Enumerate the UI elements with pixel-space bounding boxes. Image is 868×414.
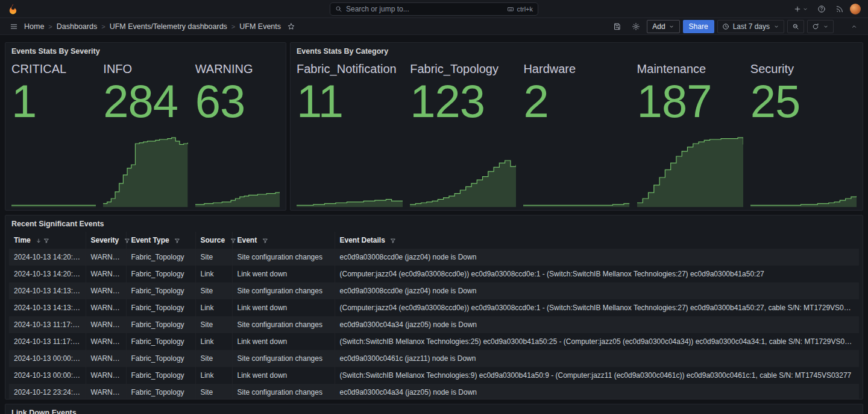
cell-event-details: (Computer:jazz04 (ec0d9a03008ccd0e)) ec0… — [335, 266, 859, 282]
cell-severity: WARNING — [86, 282, 126, 299]
breadcrumb-separator: > — [231, 23, 235, 30]
cell-event-details: ec0d9a03008ccd0e (jazz04) node is Down — [335, 282, 859, 299]
filter-icon[interactable] — [390, 238, 396, 244]
column-header-source[interactable]: Source — [195, 232, 232, 249]
column-header-event-details[interactable]: Event Details — [335, 232, 859, 249]
sort-descending-icon[interactable] — [36, 238, 42, 244]
table-row[interactable]: 2024-10-13 11:17:39 WARNING Fabric_Topol… — [9, 316, 859, 333]
cell-event-type: Fabric_Topology — [126, 367, 195, 384]
dashboard-canvas: Events Stats By Severity CRITICAL 1 INFO… — [0, 35, 868, 414]
filter-icon[interactable] — [43, 238, 49, 244]
table-row[interactable]: 2024-10-13 14:20:42 WARNING Fabric_Topol… — [9, 266, 859, 282]
chevron-down-icon — [773, 24, 779, 30]
cell-event-type: Fabric_Topology — [126, 384, 195, 400]
cell-time: 2024-10-13 14:20:42 — [9, 266, 86, 282]
rss-icon — [835, 5, 844, 13]
cell-event: Site configuration changes — [232, 282, 335, 299]
stat-sparkline — [11, 123, 96, 207]
stat-label: Fabric_Notification — [297, 62, 403, 76]
breadcrumb-separator: > — [101, 23, 105, 30]
stat-value: 63 — [195, 78, 280, 124]
column-header-event[interactable]: Event — [232, 232, 335, 249]
cell-event: Site configuration changes — [232, 350, 335, 367]
plus-icon — [793, 5, 802, 13]
stat-value: 187 — [637, 78, 743, 124]
user-avatar[interactable] — [850, 4, 861, 14]
save-dashboard-button[interactable] — [609, 19, 625, 34]
table-row[interactable]: 2024-10-13 14:13:42 WARNING Fabric_Topol… — [9, 282, 859, 299]
stat-sparkline — [297, 123, 403, 207]
cell-event-details: ec0d9a0300c04a34 (jazz05) node is Down — [335, 316, 859, 333]
news-button[interactable] — [832, 2, 848, 16]
stat-security: Security 25 — [750, 58, 857, 209]
search-field[interactable] — [346, 5, 503, 13]
cell-event-type: Fabric_Topology — [126, 282, 195, 299]
chevron-up-icon — [851, 23, 858, 30]
refresh-button[interactable] — [807, 20, 834, 33]
collapse-toolbar-button[interactable] — [846, 19, 862, 34]
breadcrumb-dashboards[interactable]: Dashboards — [57, 22, 97, 31]
search-icon — [335, 5, 342, 13]
stat-sparkline — [637, 123, 743, 207]
help-button[interactable] — [814, 2, 829, 16]
table-row[interactable]: 2024-10-13 14:13:42 WARNING Fabric_Topol… — [9, 299, 859, 316]
zoom-out-icon — [792, 23, 799, 30]
cell-event-type: Fabric_Topology — [126, 350, 195, 367]
breadcrumb-folder[interactable]: UFM Events/Telemetry dashboards — [110, 22, 227, 31]
grafana-logo[interactable] — [7, 3, 19, 15]
top-navigation-bar: ctrl+k — [0, 0, 868, 18]
breadcrumb-current[interactable]: UFM Events — [239, 22, 281, 31]
column-header-time[interactable]: Time — [9, 232, 86, 249]
filter-icon[interactable] — [262, 238, 268, 244]
cell-source: Site — [195, 384, 232, 400]
panel-recent-significant-events: Recent Significant Events Time — [5, 215, 863, 400]
panel-title[interactable]: Events Stats By Category — [291, 43, 394, 58]
filter-icon[interactable] — [124, 238, 130, 244]
table-row[interactable]: 2024-10-13 00:00:32 WARNING Fabric_Topol… — [9, 367, 859, 384]
stat-fabric-topology: Fabric_Topology 123 — [410, 58, 516, 209]
grafana-flame-icon — [7, 3, 19, 14]
stat-label: Maintenance — [637, 62, 743, 76]
dashboard-toolbar: Home > Dashboards > UFM Events/Telemetry… — [0, 18, 868, 35]
panel-title[interactable]: Events Stats By Severity — [5, 43, 106, 58]
dashboard-settings-button[interactable] — [628, 19, 644, 34]
table-row[interactable]: 2024-10-13 11:17:39 WARNING Fabric_Topol… — [9, 333, 859, 350]
chevron-down-icon — [802, 6, 808, 12]
breadcrumb-home[interactable]: Home — [24, 22, 44, 31]
time-range-picker[interactable]: Last 7 days — [717, 20, 784, 33]
column-header-severity[interactable]: Severity — [86, 232, 126, 249]
breadcrumb-separator: > — [48, 23, 52, 30]
cell-event: Site configuration changes — [232, 316, 335, 333]
cell-source: Link — [195, 266, 232, 282]
add-button[interactable]: Add — [647, 20, 679, 33]
cell-source: Site — [195, 282, 232, 299]
table-row[interactable]: 2024-10-12 23:24:32 WARNING Fabric_Topol… — [9, 384, 859, 400]
favorite-dashboard-button[interactable] — [283, 19, 299, 34]
stat-value: 11 — [297, 78, 403, 124]
search-shortcut: ctrl+k — [507, 5, 533, 13]
panel-link-down-events: Link Down Events — [5, 404, 863, 414]
new-menu-button[interactable] — [790, 2, 811, 16]
cell-event: Link went down — [232, 333, 335, 350]
mega-menu-button[interactable] — [6, 19, 22, 34]
stat-value: 1 — [11, 78, 96, 124]
table-row[interactable]: 2024-10-13 14:20:42 WARNING Fabric_Topol… — [9, 249, 859, 266]
column-header-event-type[interactable]: Event Type — [126, 232, 195, 249]
stat-label: WARNING — [195, 62, 280, 76]
filter-icon[interactable] — [230, 238, 236, 244]
keyboard-icon — [507, 5, 514, 13]
filter-icon[interactable] — [174, 238, 180, 244]
cell-event-details: ec0d9a0300c0461c (jazz11) node is Down — [335, 350, 859, 367]
table-row[interactable]: 2024-10-13 00:00:32 WARNING Fabric_Topol… — [9, 350, 859, 367]
cell-source: Site — [195, 316, 232, 333]
search-input[interactable]: ctrl+k — [330, 2, 538, 16]
panel-title[interactable]: Recent Significant Events — [5, 215, 110, 231]
events-table: Time Severity Event Type — [5, 231, 863, 400]
cell-event: Site configuration changes — [232, 384, 335, 400]
table-header-row: Time Severity Event Type — [9, 232, 859, 249]
star-icon — [287, 22, 295, 31]
zoom-out-time-button[interactable] — [787, 20, 804, 33]
panel-title[interactable]: Link Down Events — [5, 404, 83, 414]
share-button[interactable]: Share — [683, 20, 714, 33]
cell-event-type: Fabric_Topology — [126, 249, 195, 266]
